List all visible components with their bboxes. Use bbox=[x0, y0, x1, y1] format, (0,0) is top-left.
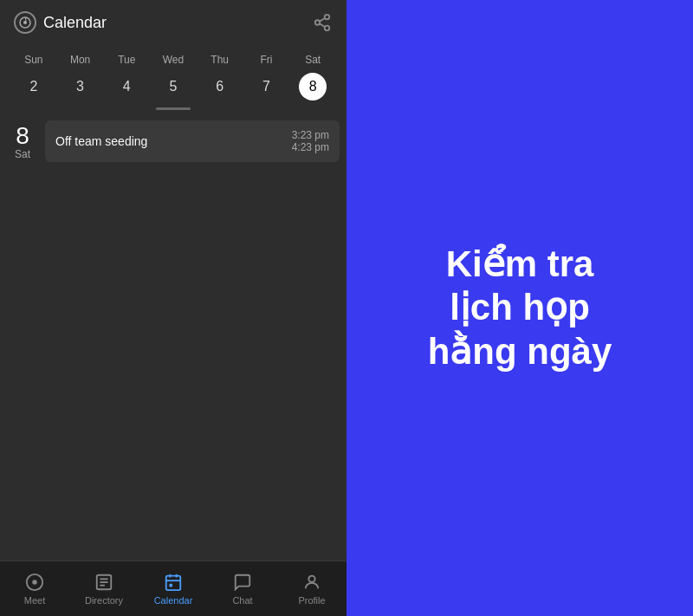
day-header-mon: Mon bbox=[57, 52, 104, 68]
event-date-number: 8 bbox=[16, 124, 29, 148]
svg-point-18 bbox=[308, 576, 314, 582]
events-list: Off team seeding 3:23 pm 4:23 pm bbox=[45, 113, 346, 561]
promo-line2: lịch họp bbox=[450, 287, 590, 327]
day-cell-8-today[interactable]: 8 bbox=[299, 73, 327, 101]
svg-rect-17 bbox=[169, 584, 172, 587]
svg-point-4 bbox=[325, 26, 330, 30]
svg-point-3 bbox=[315, 20, 321, 25]
event-times: 3:23 pm 4:23 pm bbox=[292, 129, 329, 153]
profile-icon bbox=[301, 572, 322, 593]
nav-item-chat[interactable]: Chat bbox=[208, 572, 277, 606]
app-header: Calendar bbox=[0, 0, 346, 45]
day-cells-row: 2 3 4 5 6 7 8 bbox=[10, 73, 336, 101]
right-promo-panel: Kiểm tra lịch họp hằng ngày bbox=[346, 0, 693, 616]
calendar-grid: Sun Mon Tue Wed Thu Fri Sat 2 3 4 5 6 7 … bbox=[0, 45, 346, 104]
event-name: Off team seeding bbox=[55, 134, 147, 148]
scroll-bar bbox=[156, 107, 191, 110]
app-logo-icon bbox=[14, 11, 36, 34]
nav-label-profile: Profile bbox=[298, 595, 325, 606]
svg-line-5 bbox=[320, 23, 325, 27]
share-button[interactable] bbox=[312, 12, 333, 33]
day-header-sun: Sun bbox=[10, 52, 57, 68]
event-start-time: 3:23 pm bbox=[292, 129, 329, 141]
day-cell-2[interactable]: 2 bbox=[10, 73, 57, 101]
svg-point-8 bbox=[32, 580, 37, 585]
nav-item-profile[interactable]: Profile bbox=[277, 572, 346, 606]
nav-label-meet: Meet bbox=[24, 595, 45, 606]
day-header-fri: Fri bbox=[243, 52, 290, 68]
promo-line3: hằng ngày bbox=[428, 331, 612, 372]
promo-line1: Kiểm tra bbox=[446, 243, 594, 284]
svg-rect-13 bbox=[166, 576, 181, 591]
day-header-tue: Tue bbox=[103, 52, 150, 68]
day-cell-3[interactable]: 3 bbox=[57, 73, 104, 101]
svg-point-2 bbox=[325, 15, 330, 20]
scroll-indicator bbox=[0, 107, 346, 110]
nav-label-chat: Chat bbox=[232, 595, 252, 606]
header-title-group: Calendar bbox=[14, 11, 107, 34]
promo-text: Kiểm tra lịch họp hằng ngày bbox=[428, 243, 612, 373]
day-header-sat: Sat bbox=[289, 52, 336, 68]
day-header-thu: Thu bbox=[197, 52, 243, 68]
directory-icon bbox=[94, 572, 114, 593]
calendar-icon bbox=[163, 572, 184, 593]
bottom-navigation: Meet Directory bbox=[0, 561, 346, 616]
event-item[interactable]: Off team seeding 3:23 pm 4:23 pm bbox=[45, 120, 340, 162]
day-headers-row: Sun Mon Tue Wed Thu Fri Sat bbox=[10, 52, 336, 68]
nav-label-directory: Directory bbox=[85, 595, 123, 606]
nav-item-directory[interactable]: Directory bbox=[69, 572, 139, 606]
nav-item-calendar[interactable]: Calendar bbox=[139, 572, 208, 606]
meet-icon bbox=[24, 572, 45, 593]
app-title: Calendar bbox=[43, 14, 107, 32]
events-section: 8 Sat Off team seeding 3:23 pm 4:23 pm bbox=[0, 113, 346, 561]
day-cell-5[interactable]: 5 bbox=[150, 73, 197, 101]
day-cell-7[interactable]: 7 bbox=[243, 73, 290, 101]
event-end-time: 4:23 pm bbox=[292, 141, 329, 153]
day-cell-6[interactable]: 6 bbox=[197, 73, 243, 101]
nav-label-calendar: Calendar bbox=[154, 595, 193, 606]
chat-icon bbox=[232, 572, 253, 593]
left-panel: Calendar Sun Mon Tue Wed Thu Fri Sat 2 3 bbox=[0, 0, 346, 616]
day-header-wed: Wed bbox=[150, 52, 197, 68]
nav-item-meet[interactable]: Meet bbox=[0, 572, 69, 606]
day-cell-4[interactable]: 4 bbox=[103, 73, 150, 101]
event-date-day: Sat bbox=[15, 148, 30, 160]
svg-line-6 bbox=[320, 18, 325, 22]
date-sidebar: 8 Sat bbox=[0, 113, 45, 561]
